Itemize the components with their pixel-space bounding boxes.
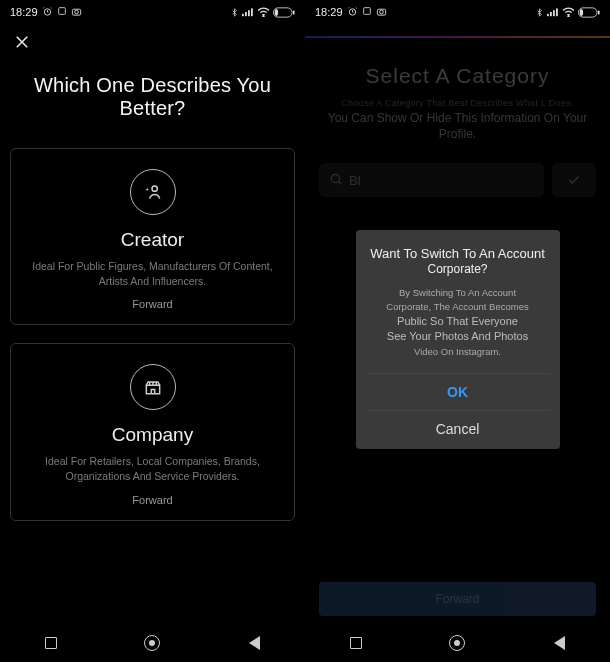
svg-rect-20 xyxy=(556,8,558,16)
svg-rect-24 xyxy=(580,9,583,16)
nav-recent-icon[interactable] xyxy=(347,634,365,652)
svg-point-8 xyxy=(263,16,264,17)
svg-rect-7 xyxy=(251,8,253,16)
android-nav-bar xyxy=(305,624,610,662)
dialog-ok-button[interactable]: OK xyxy=(366,373,550,410)
battery-icon: 18 xyxy=(273,7,295,18)
status-left: 18:29 xyxy=(10,6,82,19)
nav-back-icon[interactable] xyxy=(245,634,263,652)
category-screen-dimmed: Select A Category Choose A Category That… xyxy=(305,64,610,198)
status-time: 18:29 xyxy=(10,6,38,18)
status-right: 18 xyxy=(230,7,295,18)
company-card[interactable]: Company Ideal For Retailers, Local Compa… xyxy=(10,343,295,520)
svg-rect-23 xyxy=(598,10,600,14)
wifi-icon xyxy=(562,7,575,17)
search-input[interactable]: Bl xyxy=(319,163,544,197)
svg-point-16 xyxy=(379,10,383,14)
close-row xyxy=(0,24,305,52)
svg-point-12 xyxy=(152,186,157,191)
dialog-body: By Switching To An Account Corporate, Th… xyxy=(366,286,550,359)
forward-label: Forward xyxy=(435,592,479,606)
right-content: Select A Category Choose A Category That… xyxy=(305,24,610,662)
select-category-sub2: You Can Show Or Hide This Information On… xyxy=(305,108,610,144)
svg-point-25 xyxy=(331,174,339,182)
status-right: 18 xyxy=(535,7,600,18)
camera-icon xyxy=(376,6,387,19)
android-nav-bar xyxy=(0,624,305,662)
phone-screen-left: 18:29 18 xyxy=(0,0,305,662)
status-bar: 18:29 18 xyxy=(305,0,610,24)
company-desc: Ideal For Retailers, Local Companies, Br… xyxy=(25,454,280,483)
svg-rect-19 xyxy=(553,10,555,16)
nav-recent-icon[interactable] xyxy=(42,634,60,652)
close-icon[interactable] xyxy=(12,32,32,52)
svg-rect-5 xyxy=(245,12,247,16)
company-title: Company xyxy=(112,424,193,446)
svg-rect-18 xyxy=(550,12,552,16)
phone-screen-right: 18:29 18 xyxy=(305,0,610,662)
nav-home-icon[interactable] xyxy=(448,634,466,652)
svg-rect-17 xyxy=(547,14,549,16)
signal-icon xyxy=(547,7,559,17)
dialog-title: Want To Switch To An Account xyxy=(366,246,550,261)
nav-home-icon[interactable] xyxy=(143,634,161,652)
status-time: 18:29 xyxy=(315,6,343,18)
creator-title: Creator xyxy=(121,229,184,251)
creator-card[interactable]: Creator Ideal For Public Figures, Manufa… xyxy=(10,148,295,325)
page-title: Which One Describes You Better? xyxy=(20,74,285,120)
creator-desc: Ideal For Public Figures, Manufacturers … xyxy=(25,259,280,288)
search-icon xyxy=(329,172,343,189)
status-bar: 18:29 18 xyxy=(0,0,305,24)
bluetooth-icon xyxy=(535,7,544,18)
company-icon xyxy=(130,364,176,410)
company-forward[interactable]: Forward xyxy=(132,494,172,506)
svg-point-3 xyxy=(74,10,78,14)
search-confirm-button[interactable] xyxy=(552,163,596,197)
svg-rect-14 xyxy=(363,8,370,15)
search-text: Bl xyxy=(349,173,361,188)
svg-rect-4 xyxy=(242,14,244,16)
select-category-title: Select A Category xyxy=(325,64,590,88)
status-left: 18:29 xyxy=(315,6,387,19)
switch-account-dialog: Want To Switch To An Account Corporate? … xyxy=(356,230,560,449)
nav-back-icon[interactable] xyxy=(550,634,568,652)
svg-rect-10 xyxy=(293,10,295,14)
creator-icon xyxy=(130,169,176,215)
search-row: Bl xyxy=(305,143,610,197)
gradient-divider xyxy=(305,36,610,38)
bluetooth-icon xyxy=(230,7,239,18)
square-app-icon xyxy=(362,6,372,18)
signal-icon xyxy=(242,7,254,17)
alarm-icon xyxy=(42,6,53,19)
select-category-sub1: Choose A Category That Best Describes Wh… xyxy=(305,98,610,108)
svg-rect-11 xyxy=(275,9,278,16)
dialog-subtitle: Corporate? xyxy=(366,262,550,276)
creator-forward[interactable]: Forward xyxy=(132,298,172,310)
camera-icon xyxy=(71,6,82,19)
square-app-icon xyxy=(57,6,67,18)
dialog-cancel-button[interactable]: Cancel xyxy=(366,410,550,441)
svg-rect-6 xyxy=(248,10,250,16)
svg-rect-1 xyxy=(58,8,65,15)
alarm-icon xyxy=(347,6,358,19)
svg-point-21 xyxy=(568,16,569,17)
battery-icon: 18 xyxy=(578,7,600,18)
forward-button[interactable]: Forward xyxy=(319,582,596,616)
wifi-icon xyxy=(257,7,270,17)
